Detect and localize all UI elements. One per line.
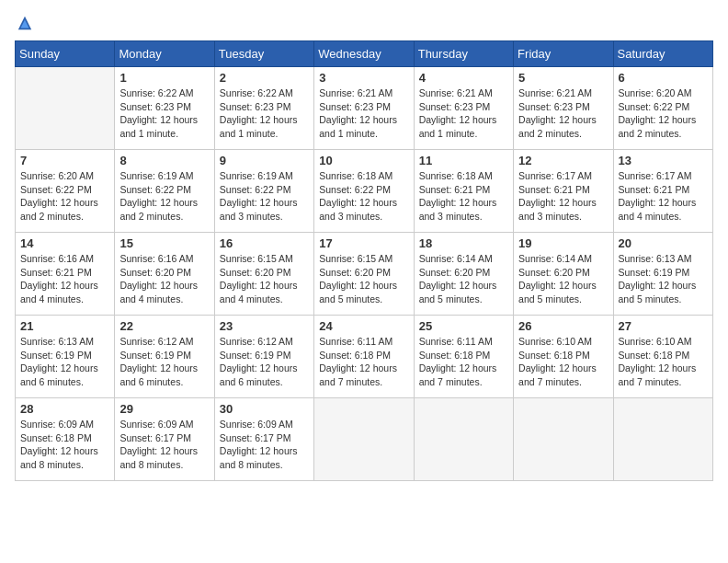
- calendar-cell: [314, 398, 414, 481]
- calendar-header-row: SundayMondayTuesdayWednesdayThursdayFrid…: [16, 41, 713, 67]
- calendar-cell: [16, 67, 115, 150]
- day-info: Sunrise: 6:09 AM Sunset: 6:18 PM Dayligh…: [20, 418, 109, 472]
- day-number: 16: [220, 236, 309, 250]
- calendar-cell: 25Sunrise: 6:11 AM Sunset: 6:18 PM Dayli…: [414, 316, 513, 398]
- day-info: Sunrise: 6:15 AM Sunset: 6:20 PM Dayligh…: [220, 252, 309, 306]
- day-info: Sunrise: 6:16 AM Sunset: 6:20 PM Dayligh…: [119, 252, 209, 306]
- day-info: Sunrise: 6:22 AM Sunset: 6:23 PM Dayligh…: [119, 86, 209, 141]
- calendar-cell: 1Sunrise: 6:22 AM Sunset: 6:23 PM Daylig…: [115, 67, 214, 150]
- calendar-cell: 23Sunrise: 6:12 AM Sunset: 6:19 PM Dayli…: [214, 316, 313, 398]
- day-number: 30: [220, 402, 309, 416]
- calendar-cell: 28Sunrise: 6:09 AM Sunset: 6:18 PM Dayli…: [16, 398, 115, 481]
- calendar-header-monday: Monday: [115, 41, 214, 67]
- day-number: 25: [419, 319, 508, 333]
- day-number: 15: [119, 236, 209, 250]
- calendar-cell: 9Sunrise: 6:19 AM Sunset: 6:22 PM Daylig…: [214, 150, 313, 233]
- day-info: Sunrise: 6:11 AM Sunset: 6:18 PM Dayligh…: [419, 335, 508, 389]
- day-number: 5: [518, 71, 608, 85]
- day-info: Sunrise: 6:13 AM Sunset: 6:19 PM Dayligh…: [20, 335, 109, 389]
- day-number: 21: [20, 319, 109, 333]
- day-info: Sunrise: 6:11 AM Sunset: 6:18 PM Dayligh…: [319, 335, 408, 389]
- day-info: Sunrise: 6:12 AM Sunset: 6:19 PM Dayligh…: [220, 335, 309, 389]
- logo-icon: [17, 15, 33, 31]
- day-number: 19: [518, 236, 608, 250]
- calendar-week-4: 21Sunrise: 6:13 AM Sunset: 6:19 PM Dayli…: [16, 316, 713, 398]
- day-number: 28: [20, 402, 109, 416]
- day-number: 12: [518, 154, 608, 167]
- day-info: Sunrise: 6:17 AM Sunset: 6:21 PM Dayligh…: [619, 169, 708, 224]
- day-number: 3: [319, 71, 408, 85]
- calendar-cell: [613, 398, 712, 481]
- calendar-cell: 8Sunrise: 6:19 AM Sunset: 6:22 PM Daylig…: [115, 150, 214, 233]
- calendar-cell: 6Sunrise: 6:20 AM Sunset: 6:22 PM Daylig…: [613, 67, 712, 150]
- day-info: Sunrise: 6:18 AM Sunset: 6:22 PM Dayligh…: [319, 169, 408, 224]
- calendar-header-sunday: Sunday: [16, 41, 115, 67]
- day-number: 22: [119, 319, 209, 333]
- calendar-cell: 2Sunrise: 6:22 AM Sunset: 6:23 PM Daylig…: [214, 67, 313, 150]
- calendar-cell: 13Sunrise: 6:17 AM Sunset: 6:21 PM Dayli…: [613, 150, 712, 233]
- calendar-cell: [414, 398, 513, 481]
- calendar-cell: 22Sunrise: 6:12 AM Sunset: 6:19 PM Dayli…: [115, 316, 214, 398]
- calendar-cell: 11Sunrise: 6:18 AM Sunset: 6:21 PM Dayli…: [414, 150, 513, 233]
- day-number: 10: [319, 154, 408, 167]
- calendar-table: SundayMondayTuesdayWednesdayThursdayFrid…: [15, 40, 713, 481]
- calendar-cell: 19Sunrise: 6:14 AM Sunset: 6:20 PM Dayli…: [514, 233, 613, 316]
- day-info: Sunrise: 6:16 AM Sunset: 6:21 PM Dayligh…: [20, 252, 109, 306]
- calendar-cell: [514, 398, 613, 481]
- day-info: Sunrise: 6:12 AM Sunset: 6:19 PM Dayligh…: [119, 335, 209, 389]
- calendar-header-friday: Friday: [514, 41, 613, 67]
- calendar-week-5: 28Sunrise: 6:09 AM Sunset: 6:18 PM Dayli…: [16, 398, 713, 481]
- calendar-cell: 17Sunrise: 6:15 AM Sunset: 6:20 PM Dayli…: [314, 233, 414, 316]
- calendar-cell: 10Sunrise: 6:18 AM Sunset: 6:22 PM Dayli…: [314, 150, 414, 233]
- day-info: Sunrise: 6:14 AM Sunset: 6:20 PM Dayligh…: [419, 252, 508, 306]
- calendar-cell: 14Sunrise: 6:16 AM Sunset: 6:21 PM Dayli…: [16, 233, 115, 316]
- day-info: Sunrise: 6:21 AM Sunset: 6:23 PM Dayligh…: [319, 86, 408, 141]
- day-info: Sunrise: 6:22 AM Sunset: 6:23 PM Dayligh…: [220, 86, 309, 141]
- calendar-header-thursday: Thursday: [414, 41, 513, 67]
- calendar-cell: 21Sunrise: 6:13 AM Sunset: 6:19 PM Dayli…: [16, 316, 115, 398]
- day-info: Sunrise: 6:17 AM Sunset: 6:21 PM Dayligh…: [518, 169, 608, 224]
- calendar-cell: 3Sunrise: 6:21 AM Sunset: 6:23 PM Daylig…: [314, 67, 414, 150]
- calendar-week-3: 14Sunrise: 6:16 AM Sunset: 6:21 PM Dayli…: [16, 233, 713, 316]
- day-number: 23: [220, 319, 309, 333]
- day-number: 20: [619, 236, 708, 250]
- calendar-header-saturday: Saturday: [613, 41, 712, 67]
- calendar-cell: 4Sunrise: 6:21 AM Sunset: 6:23 PM Daylig…: [414, 67, 513, 150]
- day-number: 13: [619, 154, 708, 167]
- calendar-cell: 15Sunrise: 6:16 AM Sunset: 6:20 PM Dayli…: [115, 233, 214, 316]
- day-number: 11: [419, 154, 508, 167]
- calendar-cell: 5Sunrise: 6:21 AM Sunset: 6:23 PM Daylig…: [514, 67, 613, 150]
- day-number: 1: [119, 71, 209, 85]
- day-number: 6: [619, 71, 708, 85]
- calendar-cell: 29Sunrise: 6:09 AM Sunset: 6:17 PM Dayli…: [115, 398, 214, 481]
- day-info: Sunrise: 6:18 AM Sunset: 6:21 PM Dayligh…: [419, 169, 508, 224]
- day-number: 14: [20, 236, 109, 250]
- calendar-cell: 27Sunrise: 6:10 AM Sunset: 6:18 PM Dayli…: [613, 316, 712, 398]
- day-number: 17: [319, 236, 408, 250]
- day-number: 8: [119, 154, 209, 167]
- day-info: Sunrise: 6:19 AM Sunset: 6:22 PM Dayligh…: [220, 169, 309, 224]
- calendar-cell: 12Sunrise: 6:17 AM Sunset: 6:21 PM Dayli…: [514, 150, 613, 233]
- day-number: 7: [20, 154, 109, 167]
- calendar-week-2: 7Sunrise: 6:20 AM Sunset: 6:22 PM Daylig…: [16, 150, 713, 233]
- calendar-cell: 30Sunrise: 6:09 AM Sunset: 6:17 PM Dayli…: [214, 398, 313, 481]
- day-info: Sunrise: 6:20 AM Sunset: 6:22 PM Dayligh…: [619, 86, 708, 141]
- page-header: [15, 15, 713, 31]
- day-info: Sunrise: 6:20 AM Sunset: 6:22 PM Dayligh…: [20, 169, 109, 224]
- calendar-header-tuesday: Tuesday: [214, 41, 313, 67]
- calendar-week-1: 1Sunrise: 6:22 AM Sunset: 6:23 PM Daylig…: [16, 67, 713, 150]
- day-info: Sunrise: 6:09 AM Sunset: 6:17 PM Dayligh…: [119, 418, 209, 472]
- calendar-cell: 7Sunrise: 6:20 AM Sunset: 6:22 PM Daylig…: [16, 150, 115, 233]
- day-number: 2: [220, 71, 309, 85]
- day-number: 26: [518, 319, 608, 333]
- day-info: Sunrise: 6:14 AM Sunset: 6:20 PM Dayligh…: [518, 252, 608, 306]
- day-info: Sunrise: 6:19 AM Sunset: 6:22 PM Dayligh…: [119, 169, 209, 224]
- calendar-cell: 18Sunrise: 6:14 AM Sunset: 6:20 PM Dayli…: [414, 233, 513, 316]
- day-number: 4: [419, 71, 508, 85]
- day-info: Sunrise: 6:10 AM Sunset: 6:18 PM Dayligh…: [619, 335, 708, 389]
- day-info: Sunrise: 6:13 AM Sunset: 6:19 PM Dayligh…: [619, 252, 708, 306]
- calendar-cell: 26Sunrise: 6:10 AM Sunset: 6:18 PM Dayli…: [514, 316, 613, 398]
- day-info: Sunrise: 6:09 AM Sunset: 6:17 PM Dayligh…: [220, 418, 309, 472]
- calendar-cell: 16Sunrise: 6:15 AM Sunset: 6:20 PM Dayli…: [214, 233, 313, 316]
- day-number: 27: [619, 319, 708, 333]
